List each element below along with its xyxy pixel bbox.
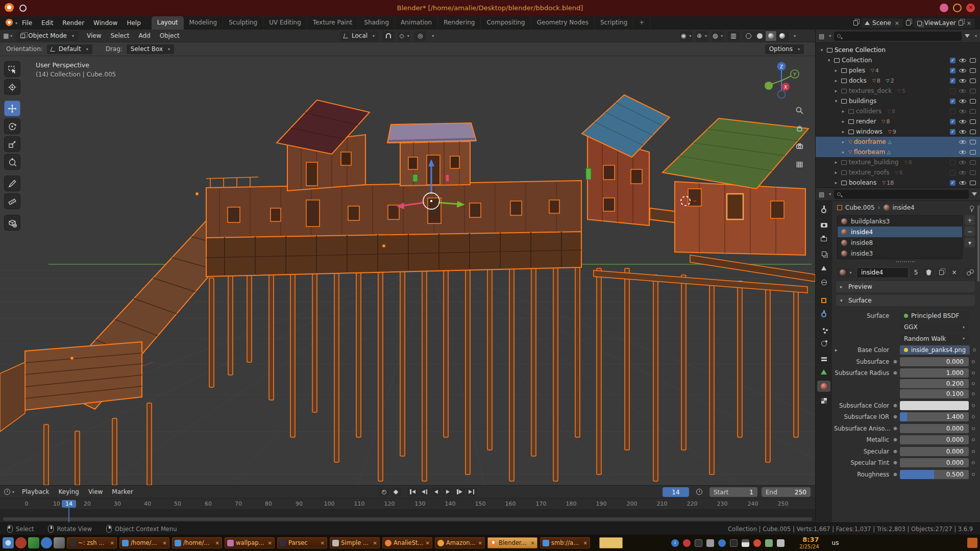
close-icon[interactable]: ✕ bbox=[583, 540, 587, 546]
exclude-checkbox[interactable]: ✓ bbox=[950, 78, 955, 84]
hide-eye-icon[interactable] bbox=[959, 78, 966, 84]
exclude-checkbox[interactable]: ✓ bbox=[950, 180, 955, 186]
object-visibility-dropdown[interactable]: ◉▾ bbox=[680, 31, 692, 41]
auto-key-button[interactable] bbox=[379, 488, 389, 496]
outliner-search-input[interactable] bbox=[834, 32, 962, 41]
remove-slot-button[interactable]: − bbox=[965, 227, 975, 236]
shading-dropdown-icon[interactable]: ▾ bbox=[794, 34, 796, 38]
radius-z-slider[interactable]: 0.100 bbox=[900, 389, 969, 398]
menu-window[interactable]: Window bbox=[89, 19, 122, 27]
menu-help[interactable]: Help bbox=[122, 19, 145, 27]
specular-slider[interactable]: 0.000 bbox=[900, 447, 969, 456]
subsurface-slider[interactable]: 0.000 bbox=[900, 357, 969, 366]
node-tree-button[interactable] bbox=[965, 267, 976, 278]
slot-inside8[interactable]: inside8 bbox=[838, 237, 962, 248]
close-icon[interactable]: ✕ bbox=[110, 540, 114, 546]
jump-start-button[interactable] bbox=[407, 488, 418, 496]
scrollbar[interactable] bbox=[977, 205, 979, 282]
tab-texture[interactable] bbox=[817, 395, 830, 406]
animate-dot[interactable] bbox=[972, 473, 975, 476]
disable-render-icon[interactable] bbox=[970, 68, 976, 73]
notification-applet[interactable] bbox=[599, 537, 623, 548]
outliner-row-windows[interactable]: ▸ windows ▽9 ✓ bbox=[816, 127, 980, 137]
disable-render-icon[interactable] bbox=[970, 109, 976, 114]
keying-set-button[interactable] bbox=[390, 488, 401, 496]
tab-constraints[interactable] bbox=[817, 352, 830, 363]
slot-buildplanks3[interactable]: buildplanks3 bbox=[838, 216, 962, 227]
disable-render-icon[interactable] bbox=[970, 150, 976, 155]
boardwalk-wall[interactable] bbox=[206, 177, 581, 241]
options-dropdown[interactable]: Options▾ bbox=[765, 44, 804, 54]
tab-animation[interactable]: Animation bbox=[395, 16, 438, 30]
timeline-scrollbar[interactable] bbox=[3, 517, 812, 521]
animate-dot[interactable] bbox=[972, 450, 975, 453]
menu-select[interactable]: Select bbox=[106, 32, 134, 39]
subsurface-color-swatch[interactable] bbox=[900, 401, 969, 410]
media-icon[interactable] bbox=[683, 539, 691, 547]
filter-icon[interactable] bbox=[965, 34, 970, 38]
properties-search-input[interactable] bbox=[834, 190, 969, 199]
list-resize-grip[interactable] bbox=[834, 259, 977, 264]
animate-dot[interactable] bbox=[972, 371, 975, 374]
menu-view[interactable]: View bbox=[84, 488, 107, 495]
task-button-zsh[interactable]: ~: zsh ...✕ bbox=[66, 537, 117, 549]
task-button-blender[interactable]: Blender...✕ bbox=[487, 537, 538, 549]
tray-app-icon[interactable] bbox=[967, 538, 977, 548]
expand-icon[interactable]: ▸ bbox=[833, 170, 839, 175]
hide-eye-icon[interactable] bbox=[959, 67, 966, 74]
browse-material-button[interactable]: ▾ bbox=[837, 267, 854, 278]
close-icon[interactable]: ✕ bbox=[478, 540, 482, 546]
menu-edit[interactable]: Edit bbox=[37, 19, 58, 27]
animate-dot[interactable] bbox=[972, 461, 975, 464]
hide-eye-icon[interactable] bbox=[959, 108, 966, 115]
outliner-row-docks[interactable]: ▸ docks ▽8 ▽2 ✓ bbox=[816, 76, 980, 86]
play-reverse-button[interactable] bbox=[431, 488, 442, 496]
timeline-editor-icon[interactable] bbox=[4, 489, 10, 495]
unlink-material-button[interactable]: × bbox=[949, 267, 960, 278]
sss-method-dropdown[interactable]: Random Walk▾ bbox=[900, 334, 969, 343]
properties-editor-icon[interactable]: ▤ bbox=[819, 191, 824, 198]
gizmos-toggle[interactable]: ⊕▾ bbox=[696, 31, 708, 41]
tool-cursor[interactable] bbox=[4, 79, 20, 95]
shading-wireframe-button[interactable] bbox=[743, 31, 754, 41]
radius-y-slider[interactable]: 0.200 bbox=[900, 379, 969, 388]
expand-icon[interactable]: ▸ bbox=[840, 109, 846, 114]
exclude-checkbox[interactable]: ✓ bbox=[950, 98, 955, 104]
expand-icon[interactable]: ▾ bbox=[819, 47, 825, 53]
menu-marker[interactable]: Marker bbox=[107, 488, 137, 495]
expand-icon[interactable]: ▸ bbox=[833, 78, 839, 83]
task-button-home-2[interactable]: /home/...✕ bbox=[172, 537, 223, 549]
material-name-field[interactable]: inside4 bbox=[856, 267, 909, 278]
disable-render-icon[interactable] bbox=[970, 130, 976, 134]
browse-viewlayer-icon[interactable] bbox=[906, 20, 911, 26]
tool-annotate[interactable] bbox=[4, 176, 20, 191]
expand-icon[interactable]: ▸ bbox=[835, 347, 838, 353]
duplicate-material-button[interactable] bbox=[936, 267, 947, 278]
metallic-slider[interactable]: 0.000 bbox=[900, 435, 969, 444]
tab-object[interactable] bbox=[817, 295, 830, 306]
menu-playback[interactable]: Playback bbox=[17, 488, 54, 495]
clock[interactable]: 8:37 2/25/24 bbox=[799, 536, 819, 549]
menu-render[interactable]: Render bbox=[58, 19, 89, 27]
outliner-row-collection[interactable]: ▾ Collection ✓ bbox=[816, 55, 980, 65]
animate-dot[interactable] bbox=[972, 360, 975, 363]
tool-scale[interactable] bbox=[4, 136, 20, 152]
window-minimize-button[interactable] bbox=[953, 4, 962, 12]
perspective-toggle-icon[interactable] bbox=[792, 157, 806, 171]
tab-modeling[interactable]: Modeling bbox=[184, 16, 224, 30]
outliner-row-booleans[interactable]: ▸ booleans ▽18 ✓ bbox=[816, 178, 980, 188]
tab-tool[interactable] bbox=[817, 205, 830, 216]
close-icon[interactable]: ✕ bbox=[215, 540, 219, 546]
tab-sculpting[interactable]: Sculpting bbox=[223, 16, 263, 30]
expand-icon[interactable]: ▸ bbox=[840, 149, 846, 155]
end-frame-field[interactable]: End250 bbox=[762, 487, 811, 497]
task-button-simple[interactable]: Simple ...✕ bbox=[329, 537, 380, 549]
browse-scene-icon[interactable] bbox=[853, 20, 858, 26]
breadcrumb-object[interactable]: Cube.005 bbox=[845, 204, 875, 211]
animate-dot[interactable] bbox=[972, 427, 975, 430]
tool-measure[interactable] bbox=[4, 193, 20, 209]
shading-rendered-button[interactable] bbox=[777, 31, 788, 41]
overlays-toggle[interactable]: ◍▾ bbox=[712, 31, 724, 41]
snap-target-dropdown[interactable]: ◇▾ bbox=[398, 31, 410, 41]
disable-render-icon[interactable] bbox=[970, 140, 976, 144]
